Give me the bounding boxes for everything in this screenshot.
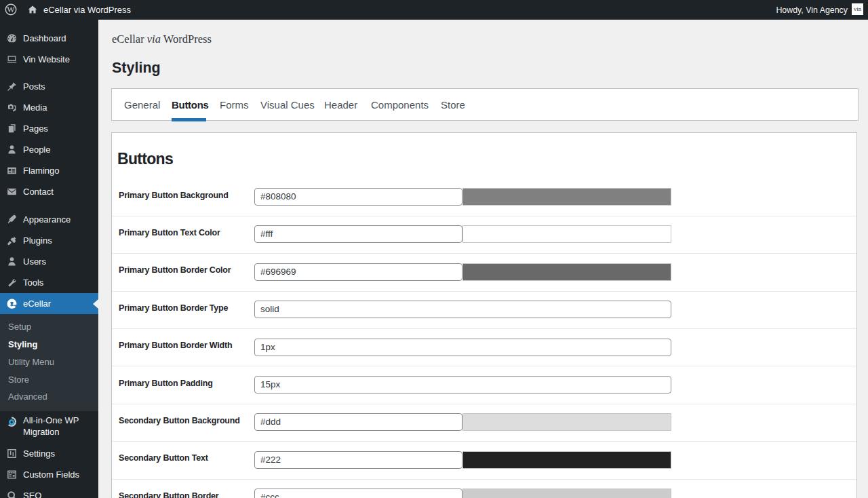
svg-text:W: W — [7, 5, 15, 14]
